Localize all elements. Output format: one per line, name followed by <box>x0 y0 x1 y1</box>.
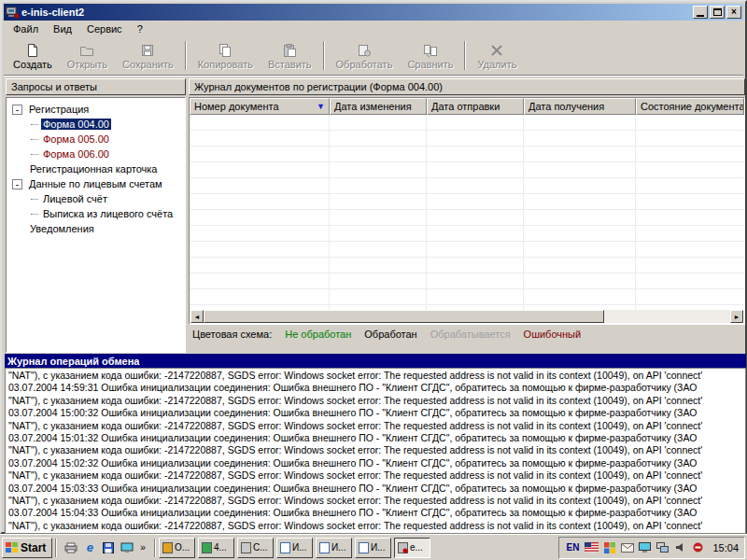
column-header-date-modified[interactable]: Дата изменения <box>330 98 427 115</box>
keyboard-language-indicator[interactable]: EN <box>565 542 582 553</box>
toolbar-button-process[interactable]: Обработать <box>329 38 401 73</box>
compare-icon <box>423 41 438 58</box>
collapse-icon[interactable]: - <box>12 105 22 115</box>
maximize-icon <box>713 8 722 16</box>
save-disk-icon[interactable] <box>101 540 116 555</box>
tree-item-form-005[interactable]: Форма 005.00 <box>8 132 183 147</box>
tree-item-registration-card[interactable]: Регистрационная карточка <box>8 161 183 176</box>
application-window: e-inis-client2 × Файл Вид Сервис ? Созда… <box>0 0 747 534</box>
tray-mail-icon[interactable] <box>620 541 634 554</box>
log-line: "NAT"), с указанием кода ошибки: -214722… <box>8 495 742 507</box>
tree-item-label: Форма 005.00 <box>41 133 111 145</box>
toolbar-button-save[interactable]: Сохранить <box>115 38 181 73</box>
title-bar: e-inis-client2 × <box>4 4 743 21</box>
horizontal-scrollbar[interactable]: ◄ ► <box>190 310 743 323</box>
task-button-3[interactable]: С... <box>237 538 274 558</box>
toolbar-button-compare[interactable]: Сравнить <box>400 38 460 73</box>
taskbar-separator <box>55 539 57 557</box>
taskbar-clock[interactable]: 15:04 <box>709 542 739 553</box>
exchange-log[interactable]: "NAT"), с указанием кода ошибки: -214722… <box>5 368 746 534</box>
save-icon <box>140 41 155 58</box>
task-icon <box>202 542 212 553</box>
toolbar-separator <box>464 41 466 70</box>
us-flag-icon[interactable] <box>585 541 599 554</box>
menu-item-view[interactable]: Вид <box>46 21 79 36</box>
requests-tree[interactable]: - Регистрация Форма 004.00 Форма 005.00 … <box>6 97 186 353</box>
tray-antivirus-icon[interactable] <box>691 541 705 554</box>
table-body <box>190 115 744 313</box>
task-button-label: С... <box>253 542 268 553</box>
maximize-button[interactable] <box>710 6 725 19</box>
internet-explorer-icon[interactable]: e <box>82 540 97 555</box>
grid-line <box>329 115 330 313</box>
column-header-document-state[interactable]: Состояние документа <box>636 98 744 115</box>
printer-icon[interactable] <box>63 540 78 555</box>
tray-display-icon[interactable] <box>638 541 652 554</box>
minimize-button[interactable] <box>693 6 708 19</box>
toolbar-button-copy[interactable]: Копировать <box>190 38 261 73</box>
scrollbar-thumb[interactable] <box>204 310 604 323</box>
task-button-4[interactable]: И... <box>276 538 313 558</box>
column-header-document-number[interactable]: Номер документа ▼ <box>190 98 330 115</box>
close-button[interactable]: × <box>726 6 741 19</box>
toolbar-button-paste[interactable]: Вставить <box>261 38 319 73</box>
toolbar-button-open[interactable]: Открыть <box>60 38 115 73</box>
table-row <box>190 178 744 194</box>
tray-volume-icon[interactable] <box>673 541 687 554</box>
log-line: "NAT"), с указанием кода ошибки: -214722… <box>8 395 742 407</box>
log-line: 03.07.2004 15:01:32 Ошибка инициализации… <box>8 432 742 444</box>
column-header-label: Дата получения <box>529 101 604 112</box>
task-button-6[interactable]: И... <box>355 538 391 558</box>
left-panel-header: Запросы и ответы <box>6 78 186 95</box>
tree-connector <box>31 124 38 125</box>
start-button-label: Start <box>21 541 46 554</box>
window-title: e-inis-client2 <box>21 7 691 18</box>
application-icon[interactable] <box>6 6 19 19</box>
taskbar: Start e » О... 4... С... <box>0 534 747 560</box>
task-button-5[interactable]: И... <box>316 538 352 558</box>
tree-item-notifications[interactable]: Уведомления <box>8 221 183 236</box>
task-icon <box>241 542 251 553</box>
legend-item-error: Ошибочный <box>524 329 582 340</box>
start-button[interactable]: Start <box>2 538 52 558</box>
tray-network-icon[interactable] <box>655 541 669 554</box>
display-icon[interactable] <box>120 540 134 555</box>
task-button-label: е... <box>410 542 423 553</box>
column-header-date-received[interactable]: Дата получения <box>524 98 636 115</box>
close-icon: × <box>731 7 737 17</box>
tree-item-label: Регистрация <box>27 104 91 115</box>
tree-item-label: Выписка из лицевого счёта <box>41 208 175 219</box>
tray-system-icon[interactable] <box>602 541 616 554</box>
tree-item-personal-accounts[interactable]: - Данные по лицевым счетам <box>8 176 183 191</box>
toolbar-button-delete[interactable]: Удалить <box>470 38 524 73</box>
tree-item-account-statement[interactable]: Выписка из лицевого счёта <box>8 206 183 221</box>
collapse-icon[interactable]: - <box>12 179 22 189</box>
tree-item-form-004[interactable]: Форма 004.00 <box>8 117 183 132</box>
task-button-2[interactable]: 4... <box>198 538 234 558</box>
toolbar-separator <box>185 41 187 70</box>
log-line: "NAT"), с указанием кода ошибки: -214722… <box>8 520 742 532</box>
toolbar: Создать Открыть Сохранить Копировать <box>4 36 743 76</box>
column-header-date-sent[interactable]: Дата отправки <box>427 98 524 115</box>
toolbar-button-create[interactable]: Создать <box>6 38 60 73</box>
menu-item-service[interactable]: Сервис <box>79 21 130 36</box>
legend-item-processing: Обрабатывается <box>430 329 511 340</box>
scroll-right-icon: ► <box>734 314 740 320</box>
quick-launch-overflow-icon[interactable]: » <box>138 542 148 553</box>
scrollbar-track[interactable] <box>204 310 730 323</box>
taskbar-separator <box>154 539 156 557</box>
menu-item-file[interactable]: Файл <box>6 21 46 36</box>
tree-item-personal-account[interactable]: Лицевой счёт <box>8 191 183 206</box>
task-button-e-inis-client[interactable]: е... <box>394 538 430 558</box>
left-panel-title: Запросы и ответы <box>11 81 97 92</box>
scroll-left-button[interactable]: ◄ <box>190 310 204 323</box>
grid-line <box>426 115 427 313</box>
toolbar-button-label: Удалить <box>477 59 516 70</box>
tree-item-registration[interactable]: - Регистрация <box>8 102 183 117</box>
windows-logo-icon <box>6 542 18 553</box>
scroll-right-button[interactable]: ► <box>730 310 743 323</box>
delete-icon <box>489 41 504 58</box>
tree-item-form-006[interactable]: Форма 006.00 <box>8 147 183 161</box>
task-button-1[interactable]: О... <box>159 538 195 558</box>
menu-item-help[interactable]: ? <box>130 21 150 36</box>
